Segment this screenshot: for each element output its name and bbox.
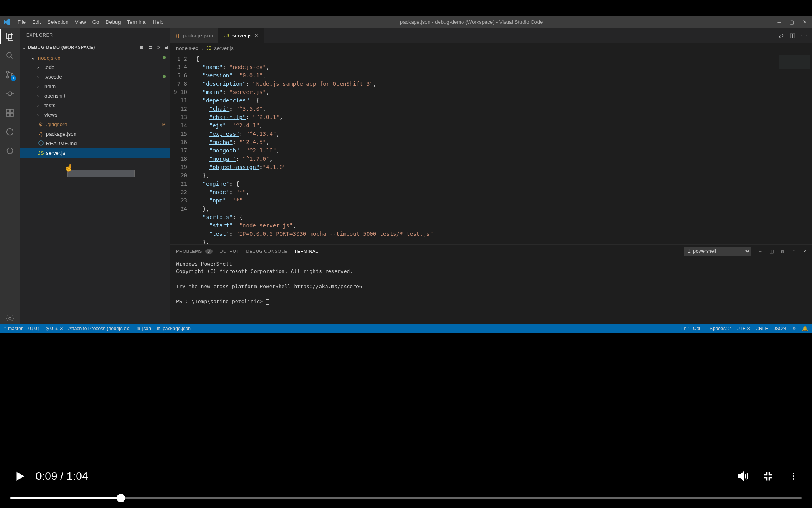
activity-openshift-icon[interactable] [4, 126, 15, 137]
activity-extensions-icon[interactable] [4, 107, 15, 118]
play-button[interactable] [12, 468, 28, 484]
video-time: 0:09 / 1:04 [36, 470, 88, 483]
panel-tab-terminal[interactable]: TERMINAL [294, 246, 318, 256]
svg-rect-14 [6, 113, 10, 116]
code-value: 4.1.0 [266, 164, 283, 170]
activity-settings-icon[interactable] [4, 313, 15, 324]
video-progress-bar[interactable] [10, 497, 802, 499]
new-file-icon[interactable]: 🗎 [140, 45, 144, 50]
fullscreen-exit-icon[interactable] [761, 470, 775, 483]
svg-point-4 [7, 71, 9, 73]
panel-tab-problems[interactable]: PROBLEMS 3 [176, 246, 213, 256]
tree-folder[interactable]: ›.odo [20, 62, 170, 72]
menu-debug[interactable]: Debug [102, 19, 124, 25]
tree-file-package[interactable]: {} package.json [20, 129, 170, 139]
status-lang1[interactable]: 🗎 json [136, 326, 151, 331]
status-eol[interactable]: CRLF [755, 326, 768, 331]
activity-search-icon[interactable] [4, 50, 15, 61]
tree-folder[interactable]: ›views [20, 110, 170, 119]
git-decor: M [162, 122, 166, 127]
svg-point-21 [793, 478, 794, 480]
file-label: .gitignore [46, 121, 67, 127]
menu-go[interactable]: Go [89, 19, 102, 25]
panel-tab-output[interactable]: OUTPUT [220, 246, 239, 256]
terminal-select[interactable]: 1: powershell [684, 247, 751, 256]
chevron-up-icon[interactable]: ⌃ [792, 249, 796, 254]
terminal-output[interactable]: Windows PowerShell Copyright (C) Microso… [170, 258, 812, 324]
activity-explorer-icon[interactable] [4, 31, 15, 42]
svg-point-5 [7, 76, 9, 78]
panel-tab-debug-console[interactable]: DEBUG CONSOLE [246, 246, 287, 256]
status-branch[interactable]: ᚶ master [4, 326, 23, 331]
status-sync[interactable]: 0↓ 0↑ [28, 326, 40, 331]
tree-file-gitignore[interactable]: ⚙ .gitignore M [20, 119, 170, 129]
refresh-icon[interactable]: ⟳ [157, 45, 161, 50]
tree-folder[interactable]: ›tests [20, 100, 170, 110]
status-errors-warnings[interactable]: ⊘ 0 ⚠ 3 [45, 326, 63, 331]
folder-label: nodejs-ex [38, 55, 60, 61]
js-icon: JS [37, 150, 44, 156]
code-value: 0.0.1 [243, 72, 259, 79]
tree-folder[interactable]: ›.vscode [20, 72, 170, 81]
status-file[interactable]: 🗎 package.json [157, 326, 191, 331]
minimap[interactable] [779, 55, 810, 102]
menu-edit[interactable]: Edit [29, 19, 44, 25]
collapse-icon[interactable]: ⊟ [165, 45, 169, 50]
window-maximize-icon[interactable]: ▢ [789, 19, 795, 25]
chevron-down-icon: ⌄ [22, 45, 28, 50]
status-encoding[interactable]: UTF-8 [736, 326, 750, 331]
tree-file-server[interactable]: JS server.js [20, 148, 170, 158]
activity-other-icon[interactable] [4, 145, 15, 156]
activity-scm-icon[interactable]: 1 [4, 69, 15, 80]
window-close-icon[interactable]: ✕ [802, 19, 807, 25]
line-gutter: 1 2 3 4 5 6 7 8 9 10 11 12 13 14 15 16 1… [170, 53, 193, 244]
menu-terminal[interactable]: Terminal [124, 19, 149, 25]
menu-help[interactable]: Help [150, 19, 167, 25]
tab-label: server.js [232, 33, 251, 38]
info-icon: ⓘ [37, 140, 44, 147]
more-icon[interactable]: ⋯ [801, 32, 807, 39]
svg-rect-13 [10, 109, 13, 112]
workspace-header[interactable]: ⌄ DEBUG-DEMO (WORKSPACE) 🗎 🗀 ⟳ ⊟ [20, 42, 170, 53]
close-icon[interactable]: ✕ [803, 249, 806, 254]
code-key: dependencies [206, 97, 246, 104]
compare-icon[interactable]: ⇄ [779, 32, 784, 39]
volume-icon[interactable] [736, 470, 749, 483]
menu-file[interactable]: File [14, 19, 29, 25]
code-value: ^2.0.1 [256, 114, 276, 120]
file-icon: ⚙ [37, 121, 44, 127]
new-folder-icon[interactable]: 🗀 [148, 45, 153, 50]
tab-server-js[interactable]: JS server.js × [219, 28, 264, 43]
menu-selection[interactable]: Selection [44, 19, 71, 25]
tree-folder[interactable]: ›openshift [20, 91, 170, 100]
status-attach[interactable]: Attach to Process (nodejs-ex) [68, 326, 130, 331]
tree-folder[interactable]: ›helm [20, 81, 170, 91]
editor-content[interactable]: { "name": "nodejs-ex", "version": "0.0.1… [193, 53, 812, 244]
new-terminal-icon[interactable]: ＋ [758, 248, 762, 254]
breadcrumb-item[interactable]: nodejs-ex [176, 45, 198, 51]
split-terminal-icon[interactable]: ◫ [770, 249, 774, 254]
progress-thumb[interactable] [117, 494, 125, 502]
status-feedback-icon[interactable]: ☺ [792, 326, 797, 331]
scm-badge: 1 [11, 75, 16, 81]
close-icon[interactable]: × [255, 32, 258, 38]
code-value: ^2.4.1 [236, 122, 256, 129]
code-value: IP=0.0.0.0 PORT=3030 mocha --timeout 500… [239, 231, 430, 237]
breadcrumb-item[interactable]: server.js [214, 45, 233, 51]
tree-folder-root[interactable]: ⌄ nodejs-ex [20, 53, 170, 62]
trash-icon[interactable]: 🗑 [781, 249, 785, 254]
more-vert-icon[interactable] [787, 470, 800, 483]
menu-view[interactable]: View [72, 19, 89, 25]
status-bell-icon[interactable]: 🔔 [802, 326, 808, 331]
tree-file-readme[interactable]: ⓘ README.md [20, 139, 170, 148]
tab-package-json[interactable]: {} package.json [170, 28, 219, 43]
window-minimize-icon[interactable]: ─ [776, 19, 782, 25]
code-value: server.js [233, 89, 263, 95]
split-editor-icon[interactable]: ◫ [789, 32, 795, 39]
status-cursor-pos[interactable]: Ln 1, Col 1 [681, 326, 704, 331]
current-time: 0:09 [36, 470, 57, 482]
code-value: node server.js [243, 222, 289, 229]
activity-debug-icon[interactable] [4, 88, 15, 99]
status-lang[interactable]: JSON [774, 326, 786, 331]
status-spaces[interactable]: Spaces: 2 [710, 326, 731, 331]
